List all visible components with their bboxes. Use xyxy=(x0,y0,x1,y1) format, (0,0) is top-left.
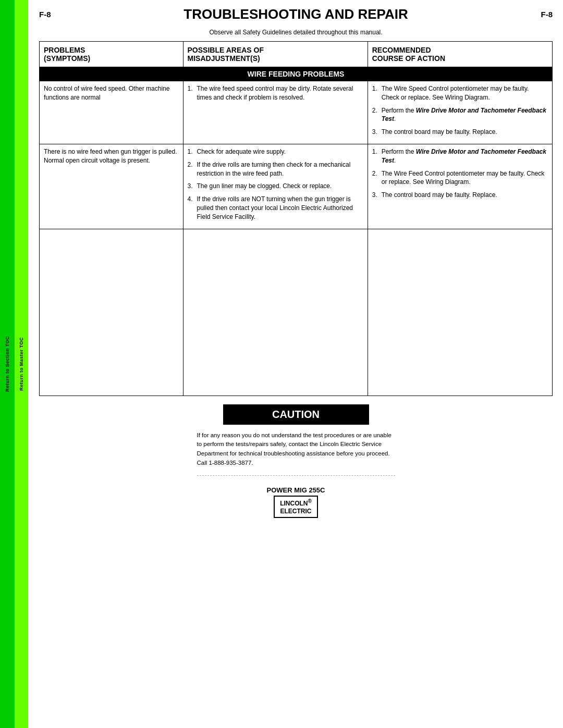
list-item: 1. Perform the Wire Drive Motor and Tach… xyxy=(372,147,548,165)
action-cell-1: 1. The Wire Speed Control potentiometer … xyxy=(368,81,552,144)
section-header-row: WIRE FEEDING PROBLEMS xyxy=(40,67,553,81)
caution-box: CAUTION xyxy=(223,404,369,425)
empty-misadj-cell xyxy=(183,229,368,396)
misadj-list-2: 1. Check for adequate wire supply. 2. If… xyxy=(188,147,363,221)
empty-problem-cell xyxy=(40,229,183,396)
list-item: 1. The Wire Speed Control potentiometer … xyxy=(372,84,548,102)
caution-box-wrapper: CAUTION xyxy=(197,404,395,425)
table-row-empty xyxy=(40,229,553,396)
problem-cell-1: No control of wire feed speed. Other mac… xyxy=(40,81,183,144)
page-footer: POWER MIG 255C LINCOLN® ELECTRIC xyxy=(39,486,553,518)
action-cell-2: 1. Perform the Wire Drive Motor and Tach… xyxy=(368,144,552,229)
lincoln-badge: LINCOLN® ELECTRIC xyxy=(274,496,318,518)
empty-action-cell xyxy=(368,229,552,396)
list-item: 3. The control board may be faulty. Repl… xyxy=(372,191,548,200)
list-item: 3. The gun liner may be clogged. Check o… xyxy=(188,182,363,191)
misadj-cell-2: 1. Check for adequate wire supply. 2. If… xyxy=(183,144,368,229)
caution-text: If for any reason you do not understand … xyxy=(197,431,395,468)
troubleshooting-table: PROBLEMS (SYMPTOMS) POSSIBLE AREAS OF MI… xyxy=(39,41,553,396)
list-item: 2. Perform the Wire Drive Motor and Tach… xyxy=(372,106,548,124)
misadj-list-1: 1. The wire feed speed control may be di… xyxy=(188,84,363,102)
list-item: 1. The wire feed speed control may be di… xyxy=(188,84,363,102)
list-item: 4. If the drive rolls are NOT turning wh… xyxy=(188,195,363,221)
page-number-left: F-8 xyxy=(39,10,51,19)
list-item: 3. The control board may be faulty. Repl… xyxy=(372,128,548,137)
misadj-cell-1: 1. The wire feed speed control may be di… xyxy=(183,81,368,144)
master-toc-bar-left[interactable]: Return to Master TOC xyxy=(15,0,28,728)
master-toc-label: Return to Master TOC xyxy=(19,337,24,391)
list-item: 2. The Wire Feed Control potentiometer m… xyxy=(372,169,548,187)
col-header-action: RECOMMENDED COURSE OF ACTION xyxy=(368,42,552,67)
table-header-row: PROBLEMS (SYMPTOMS) POSSIBLE AREAS OF MI… xyxy=(40,42,553,67)
caution-divider xyxy=(197,475,395,476)
caution-section: CAUTION If for any reason you do not und… xyxy=(197,404,395,476)
page-title: TROUBLESHOOTING AND REPAIR xyxy=(51,6,541,22)
table-row: No control of wire feed speed. Other mac… xyxy=(40,81,553,144)
problem-cell-2: There is no wire feed when gun trigger i… xyxy=(40,144,183,229)
col-header-problems: PROBLEMS (SYMPTOMS) xyxy=(40,42,183,67)
section-toc-label: Return to Section TOC xyxy=(5,336,10,392)
section-toc-bar-left[interactable]: Return to Section TOC xyxy=(0,0,15,728)
section-header-cell: WIRE FEEDING PROBLEMS xyxy=(40,67,553,81)
reg-symbol: ® xyxy=(308,498,311,504)
action-list-2: 1. Perform the Wire Drive Motor and Tach… xyxy=(372,147,548,200)
page-number-right: F-8 xyxy=(541,10,553,19)
list-item: 2. If the drive rolls are turning then c… xyxy=(188,161,363,178)
list-item: 1. Check for adequate wire supply. xyxy=(188,147,363,156)
action-list-1: 1. The Wire Speed Control potentiometer … xyxy=(372,84,548,137)
table-row: There is no wire feed when gun trigger i… xyxy=(40,144,553,229)
footer-model: POWER MIG 255C xyxy=(39,486,553,494)
page-header: F-8 TROUBLESHOOTING AND REPAIR F-8 xyxy=(39,0,553,26)
safety-note: Observe all Safety Guidelines detailed t… xyxy=(39,26,553,41)
col-header-misadj: POSSIBLE AREAS OF MISADJUSTMENT(S) xyxy=(183,42,368,67)
